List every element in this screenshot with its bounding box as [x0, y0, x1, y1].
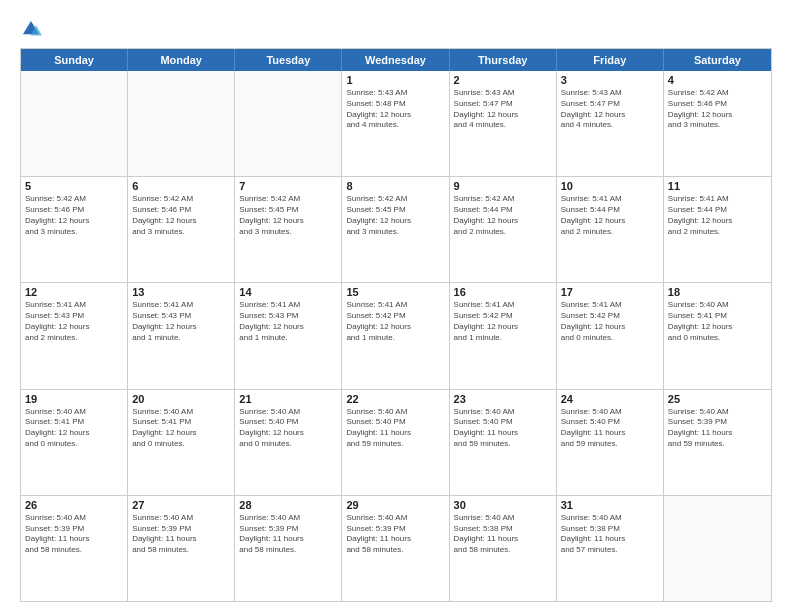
day-number: 26 [25, 499, 123, 511]
header-cell-thursday: Thursday [450, 49, 557, 71]
calendar-cell: 17Sunrise: 5:41 AM Sunset: 5:42 PM Dayli… [557, 283, 664, 388]
day-number: 5 [25, 180, 123, 192]
day-detail: Sunrise: 5:40 AM Sunset: 5:39 PM Dayligh… [132, 513, 230, 556]
day-detail: Sunrise: 5:42 AM Sunset: 5:46 PM Dayligh… [25, 194, 123, 237]
calendar-cell: 23Sunrise: 5:40 AM Sunset: 5:40 PM Dayli… [450, 390, 557, 495]
day-number: 2 [454, 74, 552, 86]
calendar-cell: 30Sunrise: 5:40 AM Sunset: 5:38 PM Dayli… [450, 496, 557, 601]
day-detail: Sunrise: 5:40 AM Sunset: 5:39 PM Dayligh… [346, 513, 444, 556]
day-detail: Sunrise: 5:43 AM Sunset: 5:48 PM Dayligh… [346, 88, 444, 131]
calendar-cell [235, 71, 342, 176]
day-detail: Sunrise: 5:40 AM Sunset: 5:39 PM Dayligh… [668, 407, 767, 450]
calendar-cell: 1Sunrise: 5:43 AM Sunset: 5:48 PM Daylig… [342, 71, 449, 176]
header-cell-sunday: Sunday [21, 49, 128, 71]
day-number: 24 [561, 393, 659, 405]
logo [20, 18, 46, 40]
day-detail: Sunrise: 5:43 AM Sunset: 5:47 PM Dayligh… [561, 88, 659, 131]
calendar-cell: 6Sunrise: 5:42 AM Sunset: 5:46 PM Daylig… [128, 177, 235, 282]
day-number: 4 [668, 74, 767, 86]
calendar-cell [664, 496, 771, 601]
calendar-row: 26Sunrise: 5:40 AM Sunset: 5:39 PM Dayli… [21, 495, 771, 601]
header-cell-monday: Monday [128, 49, 235, 71]
page: SundayMondayTuesdayWednesdayThursdayFrid… [0, 0, 792, 612]
day-number: 7 [239, 180, 337, 192]
day-detail: Sunrise: 5:41 AM Sunset: 5:42 PM Dayligh… [454, 300, 552, 343]
calendar-cell: 12Sunrise: 5:41 AM Sunset: 5:43 PM Dayli… [21, 283, 128, 388]
day-number: 25 [668, 393, 767, 405]
calendar-row: 1Sunrise: 5:43 AM Sunset: 5:48 PM Daylig… [21, 71, 771, 176]
day-detail: Sunrise: 5:42 AM Sunset: 5:46 PM Dayligh… [668, 88, 767, 131]
day-number: 23 [454, 393, 552, 405]
calendar-cell: 11Sunrise: 5:41 AM Sunset: 5:44 PM Dayli… [664, 177, 771, 282]
day-number: 8 [346, 180, 444, 192]
day-number: 9 [454, 180, 552, 192]
calendar-cell: 29Sunrise: 5:40 AM Sunset: 5:39 PM Dayli… [342, 496, 449, 601]
calendar-cell: 28Sunrise: 5:40 AM Sunset: 5:39 PM Dayli… [235, 496, 342, 601]
day-number: 30 [454, 499, 552, 511]
day-detail: Sunrise: 5:42 AM Sunset: 5:44 PM Dayligh… [454, 194, 552, 237]
day-detail: Sunrise: 5:41 AM Sunset: 5:43 PM Dayligh… [239, 300, 337, 343]
day-number: 1 [346, 74, 444, 86]
day-detail: Sunrise: 5:42 AM Sunset: 5:46 PM Dayligh… [132, 194, 230, 237]
day-number: 18 [668, 286, 767, 298]
calendar-cell: 21Sunrise: 5:40 AM Sunset: 5:40 PM Dayli… [235, 390, 342, 495]
day-detail: Sunrise: 5:40 AM Sunset: 5:39 PM Dayligh… [25, 513, 123, 556]
calendar-cell: 10Sunrise: 5:41 AM Sunset: 5:44 PM Dayli… [557, 177, 664, 282]
day-number: 6 [132, 180, 230, 192]
day-number: 29 [346, 499, 444, 511]
day-number: 11 [668, 180, 767, 192]
day-detail: Sunrise: 5:41 AM Sunset: 5:44 PM Dayligh… [561, 194, 659, 237]
calendar-cell: 26Sunrise: 5:40 AM Sunset: 5:39 PM Dayli… [21, 496, 128, 601]
header-cell-wednesday: Wednesday [342, 49, 449, 71]
day-number: 20 [132, 393, 230, 405]
day-detail: Sunrise: 5:40 AM Sunset: 5:41 PM Dayligh… [25, 407, 123, 450]
day-number: 19 [25, 393, 123, 405]
calendar-cell: 27Sunrise: 5:40 AM Sunset: 5:39 PM Dayli… [128, 496, 235, 601]
calendar-cell: 4Sunrise: 5:42 AM Sunset: 5:46 PM Daylig… [664, 71, 771, 176]
calendar-cell [21, 71, 128, 176]
calendar-row: 12Sunrise: 5:41 AM Sunset: 5:43 PM Dayli… [21, 282, 771, 388]
calendar-cell: 3Sunrise: 5:43 AM Sunset: 5:47 PM Daylig… [557, 71, 664, 176]
calendar-cell: 7Sunrise: 5:42 AM Sunset: 5:45 PM Daylig… [235, 177, 342, 282]
calendar-cell: 2Sunrise: 5:43 AM Sunset: 5:47 PM Daylig… [450, 71, 557, 176]
header [20, 18, 772, 40]
header-cell-friday: Friday [557, 49, 664, 71]
day-number: 16 [454, 286, 552, 298]
logo-icon [20, 18, 42, 40]
calendar: SundayMondayTuesdayWednesdayThursdayFrid… [20, 48, 772, 602]
day-number: 21 [239, 393, 337, 405]
day-detail: Sunrise: 5:40 AM Sunset: 5:41 PM Dayligh… [132, 407, 230, 450]
day-detail: Sunrise: 5:42 AM Sunset: 5:45 PM Dayligh… [346, 194, 444, 237]
day-detail: Sunrise: 5:42 AM Sunset: 5:45 PM Dayligh… [239, 194, 337, 237]
day-detail: Sunrise: 5:40 AM Sunset: 5:40 PM Dayligh… [239, 407, 337, 450]
day-number: 31 [561, 499, 659, 511]
day-number: 28 [239, 499, 337, 511]
calendar-cell: 14Sunrise: 5:41 AM Sunset: 5:43 PM Dayli… [235, 283, 342, 388]
day-detail: Sunrise: 5:41 AM Sunset: 5:43 PM Dayligh… [25, 300, 123, 343]
day-detail: Sunrise: 5:40 AM Sunset: 5:40 PM Dayligh… [454, 407, 552, 450]
day-number: 13 [132, 286, 230, 298]
calendar-row: 19Sunrise: 5:40 AM Sunset: 5:41 PM Dayli… [21, 389, 771, 495]
day-detail: Sunrise: 5:41 AM Sunset: 5:42 PM Dayligh… [346, 300, 444, 343]
calendar-cell: 13Sunrise: 5:41 AM Sunset: 5:43 PM Dayli… [128, 283, 235, 388]
calendar-cell: 31Sunrise: 5:40 AM Sunset: 5:38 PM Dayli… [557, 496, 664, 601]
day-detail: Sunrise: 5:43 AM Sunset: 5:47 PM Dayligh… [454, 88, 552, 131]
day-number: 17 [561, 286, 659, 298]
day-number: 10 [561, 180, 659, 192]
calendar-cell: 16Sunrise: 5:41 AM Sunset: 5:42 PM Dayli… [450, 283, 557, 388]
calendar-header: SundayMondayTuesdayWednesdayThursdayFrid… [21, 49, 771, 71]
day-number: 12 [25, 286, 123, 298]
calendar-row: 5Sunrise: 5:42 AM Sunset: 5:46 PM Daylig… [21, 176, 771, 282]
day-detail: Sunrise: 5:40 AM Sunset: 5:38 PM Dayligh… [561, 513, 659, 556]
calendar-cell: 24Sunrise: 5:40 AM Sunset: 5:40 PM Dayli… [557, 390, 664, 495]
day-number: 3 [561, 74, 659, 86]
day-number: 22 [346, 393, 444, 405]
day-detail: Sunrise: 5:40 AM Sunset: 5:40 PM Dayligh… [346, 407, 444, 450]
day-detail: Sunrise: 5:41 AM Sunset: 5:44 PM Dayligh… [668, 194, 767, 237]
day-detail: Sunrise: 5:40 AM Sunset: 5:38 PM Dayligh… [454, 513, 552, 556]
calendar-cell: 25Sunrise: 5:40 AM Sunset: 5:39 PM Dayli… [664, 390, 771, 495]
day-detail: Sunrise: 5:40 AM Sunset: 5:39 PM Dayligh… [239, 513, 337, 556]
day-number: 15 [346, 286, 444, 298]
day-detail: Sunrise: 5:40 AM Sunset: 5:40 PM Dayligh… [561, 407, 659, 450]
calendar-cell: 9Sunrise: 5:42 AM Sunset: 5:44 PM Daylig… [450, 177, 557, 282]
